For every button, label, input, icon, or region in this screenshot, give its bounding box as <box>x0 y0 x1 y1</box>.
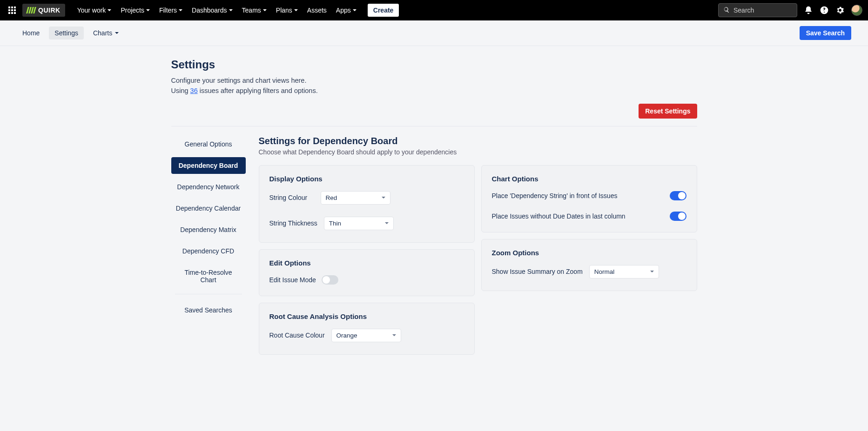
select-zoom-summary[interactable]: Normal <box>589 265 659 278</box>
nav-item-plans[interactable]: Plans <box>272 4 302 17</box>
side-item-dependency-matrix[interactable]: Dependency Matrix <box>171 221 246 238</box>
side-item-saved-searches[interactable]: Saved Searches <box>171 302 246 318</box>
reset-settings-button[interactable]: Reset Settings <box>639 104 697 119</box>
issues-count-link[interactable]: 36 <box>190 87 198 94</box>
card-zoom-options: Zoom Options Show Issue Summary on Zoom … <box>481 239 697 291</box>
side-nav: General OptionsDependency BoardDependenc… <box>171 136 246 355</box>
switch-edit-mode[interactable] <box>322 275 338 285</box>
help-icon[interactable] <box>820 6 829 15</box>
intro-line2: Using 36 issues after applying filters a… <box>171 86 697 96</box>
card-title-chart: Chart Options <box>492 175 686 183</box>
search-input[interactable] <box>733 7 792 14</box>
card-chart-options: Chart Options Place 'Dependency String' … <box>481 165 697 232</box>
panel: Settings for Dependency Board Choose wha… <box>259 136 697 355</box>
chevron-down-icon <box>392 334 396 336</box>
card-title-edit: Edit Options <box>269 259 464 267</box>
nav-item-projects[interactable]: Projects <box>117 4 154 17</box>
side-item-time-to-resolve-chart[interactable]: Time-to-Resolve Chart <box>171 264 246 288</box>
left-column: Display Options String Colour Red String… <box>259 165 475 355</box>
subtab-charts[interactable]: Charts <box>87 27 124 40</box>
notifications-icon[interactable] <box>804 6 813 15</box>
label-string-thickness: String Thickness <box>269 219 317 227</box>
search-icon <box>723 7 730 14</box>
card-edit-options: Edit Options Edit Issue Mode <box>259 249 475 296</box>
select-string-colour[interactable]: Red <box>321 191 390 205</box>
subnav-container: HomeSettingsCharts Save Search <box>0 20 868 46</box>
side-divider <box>175 294 242 294</box>
settings-icon[interactable] <box>835 6 845 15</box>
panel-title: Settings for Dependency Board <box>259 136 697 146</box>
chevron-down-icon <box>385 222 389 224</box>
create-button[interactable]: Create <box>368 4 399 17</box>
chevron-down-icon <box>108 9 111 11</box>
chevron-down-icon <box>115 32 119 34</box>
switch-chart-opt2[interactable] <box>670 212 686 221</box>
side-item-dependency-cfd[interactable]: Dependency CFD <box>171 243 246 259</box>
card-title-display: Display Options <box>269 175 464 183</box>
reset-row: Reset Settings <box>171 104 697 126</box>
topbar-right <box>718 3 862 17</box>
subtab-settings[interactable]: Settings <box>49 27 84 40</box>
subnav: HomeSettingsCharts Save Search <box>0 20 868 46</box>
side-item-dependency-network[interactable]: Dependency Network <box>171 179 246 195</box>
label-chart-opt2: Place Issues without Due Dates in last c… <box>492 212 664 220</box>
label-edit-mode: Edit Issue Mode <box>269 276 316 284</box>
topbar: QUIRK Your workProjectsFiltersDashboards… <box>0 0 868 20</box>
topnav: Your workProjectsFiltersDashboardsTeamsP… <box>74 4 360 17</box>
right-column: Chart Options Place 'Dependency String' … <box>481 165 697 291</box>
card-grid: Display Options String Colour Red String… <box>259 165 697 355</box>
search-field[interactable] <box>718 3 797 17</box>
switch-chart-opt1[interactable] <box>670 191 686 200</box>
app-switcher-icon[interactable] <box>6 4 19 17</box>
content: Settings Configure your settings and cha… <box>171 46 697 373</box>
nav-item-teams[interactable]: Teams <box>238 4 270 17</box>
chevron-down-icon <box>179 9 182 11</box>
label-string-colour: String Colour <box>269 194 314 201</box>
user-avatar[interactable] <box>851 5 862 16</box>
intro: Settings Configure your settings and cha… <box>171 58 697 96</box>
chevron-down-icon <box>650 271 654 272</box>
chevron-down-icon <box>294 9 298 11</box>
nav-item-apps[interactable]: Apps <box>332 4 360 17</box>
card-display-options: Display Options String Colour Red String… <box>259 165 475 243</box>
chevron-down-icon <box>263 9 267 11</box>
nav-item-assets[interactable]: Assets <box>303 4 330 17</box>
chevron-down-icon <box>229 9 233 11</box>
card-root-cause-options: Root Cause Analysis Options Root Cause C… <box>259 303 475 355</box>
side-item-general-options[interactable]: General Options <box>171 136 246 153</box>
brand-logo[interactable]: QUIRK <box>22 4 65 17</box>
nav-item-your-work[interactable]: Your work <box>74 4 115 17</box>
brand-bars-icon <box>26 7 36 13</box>
card-title-zoom: Zoom Options <box>492 249 686 257</box>
subnav-tabs: HomeSettingsCharts <box>17 27 124 40</box>
chevron-down-icon <box>382 197 385 199</box>
label-root-colour: Root Cause Colour <box>269 332 325 339</box>
label-chart-opt1: Place 'Dependency String' in front of Is… <box>492 192 664 199</box>
nav-item-dashboards[interactable]: Dashboards <box>188 4 236 17</box>
card-title-root: Root Cause Analysis Options <box>269 312 464 320</box>
select-root-colour[interactable]: Orange <box>331 329 401 342</box>
panel-subtitle: Choose what Dependency Board should appl… <box>259 148 697 156</box>
page-title: Settings <box>171 58 697 71</box>
intro-line1: Configure your settings and chart views … <box>171 76 697 86</box>
brand-name: QUIRK <box>38 7 61 14</box>
side-item-dependency-board[interactable]: Dependency Board <box>171 157 246 174</box>
chevron-down-icon <box>146 9 150 11</box>
label-zoom-summary: Show Issue Summary on Zoom <box>492 268 583 275</box>
select-string-thickness[interactable]: Thin <box>324 217 394 230</box>
side-item-dependency-calendar[interactable]: Dependency Calendar <box>171 200 246 217</box>
chevron-down-icon <box>353 9 357 11</box>
subtab-home[interactable]: Home <box>17 27 45 40</box>
settings-body: General OptionsDependency BoardDependenc… <box>171 136 697 355</box>
save-search-button[interactable]: Save Search <box>800 26 851 40</box>
nav-item-filters[interactable]: Filters <box>155 4 186 17</box>
